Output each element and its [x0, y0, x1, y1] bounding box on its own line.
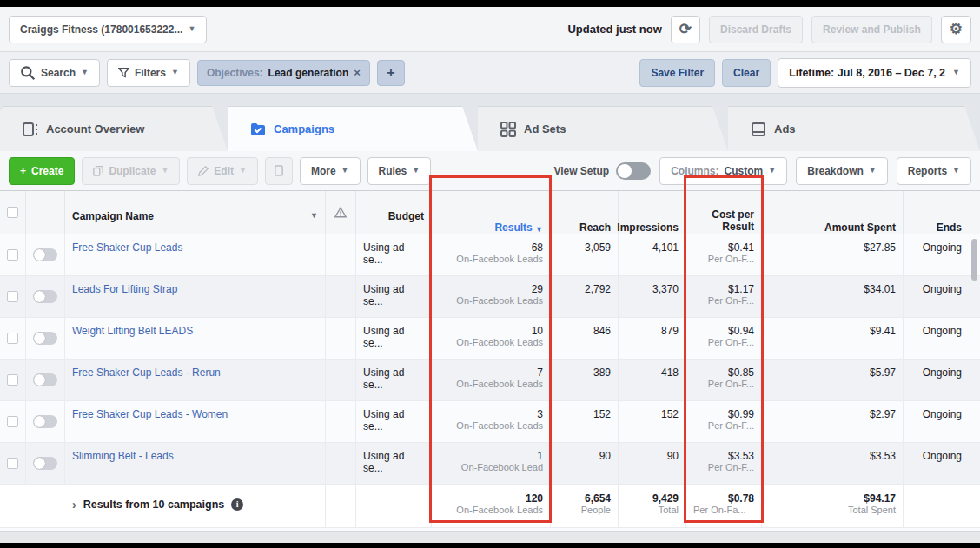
- info-icon[interactable]: i: [231, 498, 243, 511]
- reach-value: 846: [593, 322, 611, 337]
- row-checkbox[interactable]: [7, 416, 18, 427]
- ends-value: Ongoing: [923, 364, 962, 379]
- header-label: Budget: [388, 210, 424, 222]
- budget-value: Using ad se...: [363, 366, 424, 391]
- campaign-name-link[interactable]: Free Shaker Cup Leads: [72, 241, 318, 254]
- campaign-status-toggle[interactable]: [33, 373, 57, 386]
- header-results[interactable]: Results ▼: [432, 191, 551, 234]
- table-row[interactable]: Free Shaker Cup Leads Using ad se... 68O…: [0, 234, 980, 276]
- save-filter-button[interactable]: Save Filter: [639, 59, 715, 87]
- add-filter-button[interactable]: +: [377, 60, 405, 86]
- objective-filter-chip[interactable]: Objectives: Lead generation ×: [197, 60, 370, 86]
- refresh-button[interactable]: ⟳: [671, 16, 700, 43]
- chevron-down-icon: ▼: [952, 69, 960, 76]
- duplicate-button[interactable]: Duplicate ▼: [82, 157, 180, 185]
- breakdown-button[interactable]: Breakdown ▼: [796, 157, 888, 185]
- chevron-down-icon: ▼: [412, 167, 420, 175]
- expand-chevron-icon[interactable]: ›: [72, 498, 76, 512]
- campaign-status-toggle[interactable]: [33, 248, 57, 261]
- clear-filter-button[interactable]: Clear: [722, 59, 771, 87]
- row-checkbox[interactable]: [7, 291, 18, 302]
- close-icon[interactable]: ×: [354, 66, 361, 79]
- tab-ads[interactable]: Ads: [728, 106, 980, 151]
- date-range-selector[interactable]: Lifetime: Jul 8, 2016 – Dec 7, 2 ▼: [778, 58, 971, 88]
- bottom-strip: [0, 531, 980, 543]
- letterbox-top: [0, 0, 980, 7]
- ends-value: Ongoing: [923, 406, 962, 420]
- table-row[interactable]: Free Shaker Cup Leads - Rerun Using ad s…: [0, 360, 980, 401]
- header-impressions[interactable]: Impressions: [619, 191, 686, 234]
- tab-label: Ad Sets: [524, 122, 566, 135]
- campaign-status-toggle[interactable]: [33, 457, 57, 470]
- impressions-value: 152: [661, 406, 679, 420]
- cost-per-result-type: Per On-F...: [708, 379, 754, 389]
- campaign-name-link[interactable]: Slimming Belt - Leads: [72, 450, 318, 462]
- budget-value: Using ad se...: [363, 325, 424, 349]
- campaign-status-toggle[interactable]: [33, 290, 57, 303]
- edit-button[interactable]: Edit ▼: [187, 157, 258, 185]
- header-reach[interactable]: Reach: [551, 191, 619, 234]
- results-value: 3: [537, 406, 543, 420]
- row-checkbox[interactable]: [7, 374, 18, 386]
- results-value: 68: [532, 239, 543, 254]
- chevron-down-icon: ▼: [188, 25, 195, 33]
- review-and-publish-button[interactable]: Review and Publish: [811, 16, 932, 43]
- select-all-checkbox[interactable]: [7, 207, 18, 218]
- campaign-name-link[interactable]: Weight Lifting Belt LEADS: [72, 325, 318, 337]
- table-summary-row: › Results from 10 campaigns i 120On-Face…: [0, 485, 980, 528]
- search-button[interactable]: Search ▼: [9, 59, 100, 87]
- header-ends[interactable]: Ends: [904, 191, 969, 234]
- cost-per-result-value: $3.53: [728, 447, 754, 462]
- vertical-scrollbar[interactable]: [971, 194, 978, 528]
- reach-value: 152: [593, 406, 611, 420]
- tab-ad-sets[interactable]: Ad Sets: [478, 106, 728, 151]
- campaign-status-toggle[interactable]: [33, 415, 57, 428]
- cost-per-result-type: Per On-F...: [708, 337, 754, 347]
- reports-button[interactable]: Reports ▼: [897, 157, 971, 185]
- header-label: Results: [494, 221, 532, 234]
- settings-button[interactable]: ⚙: [941, 16, 971, 43]
- more-button[interactable]: More ▼: [300, 157, 361, 185]
- account-selector[interactable]: Craiggs Fitness (178001653222... ▼: [9, 16, 207, 43]
- delete-button[interactable]: [265, 157, 293, 185]
- toggle-knob: [618, 164, 632, 178]
- scrollbar-thumb[interactable]: [971, 239, 977, 281]
- table-row[interactable]: Leads For Lifting Strap Using ad se... 2…: [0, 276, 980, 318]
- view-setup-toggle[interactable]: [616, 162, 651, 180]
- campaign-name-link[interactable]: Free Shaker Cup Leads - Rerun: [72, 366, 318, 379]
- budget-value: Using ad se...: [363, 283, 424, 307]
- amount-spent-value: $34.01: [864, 281, 896, 295]
- header-budget[interactable]: Budget: [356, 191, 432, 234]
- campaign-name-link[interactable]: Leads For Lifting Strap: [72, 283, 318, 295]
- row-checkbox[interactable]: [7, 333, 18, 344]
- summary-label: Results from 10 campaigns: [83, 498, 225, 511]
- row-checkbox[interactable]: [7, 249, 18, 261]
- toggle-knob: [34, 333, 45, 344]
- row-checkbox[interactable]: [7, 458, 18, 469]
- filters-button[interactable]: Filters ▼: [107, 59, 190, 87]
- table-row[interactable]: Slimming Belt - Leads Using ad se... 1On…: [0, 443, 980, 485]
- chevron-down-icon: ▼: [952, 167, 960, 175]
- tab-account-overview[interactable]: Account Overview: [0, 106, 228, 151]
- summary-results-type: On-Facebook Leads: [456, 505, 543, 515]
- campaign-status-toggle[interactable]: [33, 332, 57, 345]
- tab-campaigns[interactable]: Campaigns: [228, 106, 478, 151]
- columns-button[interactable]: Columns: Custom ▼: [659, 157, 787, 185]
- amount-spent-value: $2.97: [870, 406, 896, 420]
- create-button[interactable]: + Create: [9, 157, 75, 185]
- campaign-name-link[interactable]: Free Shaker Cup Leads - Women: [72, 408, 318, 420]
- header-amount-spent[interactable]: Amount Spent: [762, 191, 904, 234]
- results-value: 29: [532, 281, 543, 295]
- rules-button[interactable]: Rules ▼: [368, 157, 432, 185]
- table-row[interactable]: Weight Lifting Belt LEADS Using ad se...…: [0, 318, 980, 360]
- header-campaign-name[interactable]: Campaign Name ▼: [65, 191, 326, 234]
- reach-value: 3,059: [585, 239, 611, 254]
- chevron-down-icon: ▼: [239, 167, 247, 175]
- table-row[interactable]: Free Shaker Cup Leads - Women Using ad s…: [0, 401, 980, 443]
- header-label: Reach: [579, 221, 611, 234]
- gear-icon: ⚙: [950, 22, 963, 36]
- edit-label: Edit: [214, 165, 234, 177]
- discard-drafts-button[interactable]: Discard Drafts: [709, 16, 803, 43]
- header-cost-per-result[interactable]: Cost per Result: [686, 191, 762, 234]
- account-name: Craiggs Fitness (178001653222...: [20, 23, 182, 36]
